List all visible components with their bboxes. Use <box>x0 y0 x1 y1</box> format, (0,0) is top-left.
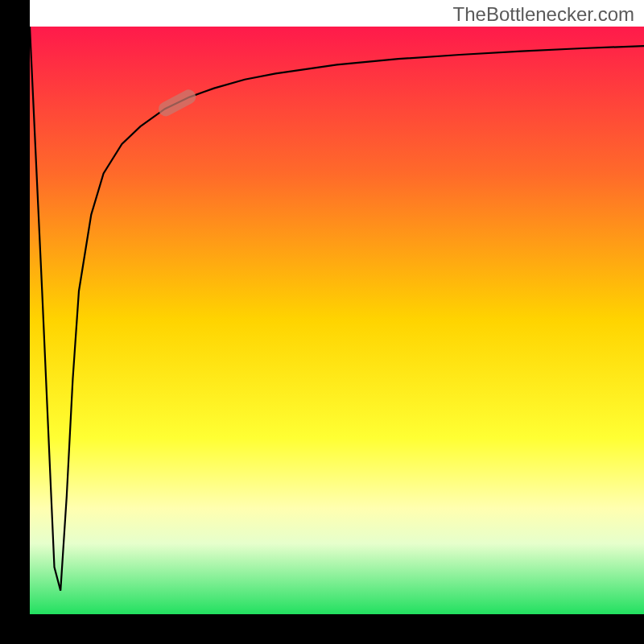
x-axis <box>0 614 644 644</box>
y-axis <box>0 0 30 644</box>
bottleneck-chart <box>0 0 644 644</box>
plot-background <box>30 27 644 614</box>
watermark-text: TheBottlenecker.com <box>453 3 634 26</box>
chart-container: TheBottlenecker.com <box>0 0 644 644</box>
